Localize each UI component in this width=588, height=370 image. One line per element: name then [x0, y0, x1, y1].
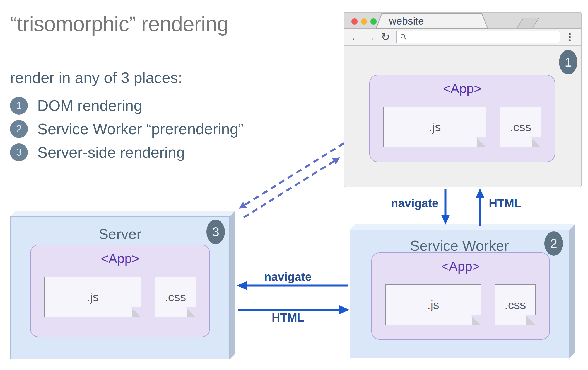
- js-file-label: .js: [429, 120, 441, 134]
- service-worker-title: Service Worker: [350, 237, 569, 254]
- legend-label: Server-side rendering: [37, 143, 185, 161]
- step-badge-1: 1: [559, 50, 577, 74]
- html-right-arrowhead: [339, 305, 350, 314]
- step-badge-3: 3: [206, 220, 225, 244]
- step-badge-2: 2: [544, 231, 563, 256]
- back-icon[interactable]: ←: [350, 32, 361, 42]
- legend-label: DOM rendering: [37, 97, 142, 115]
- service-worker-box: Service Worker 2 <App> .js .css: [350, 224, 575, 358]
- new-tab-button[interactable]: [517, 18, 539, 28]
- app-label: <App>: [372, 259, 549, 274]
- legend-list: 1 DOM rendering 2 Service Worker “preren…: [10, 97, 317, 161]
- navigate-down-label: navigate: [372, 197, 438, 210]
- js-file-icon: .js: [383, 107, 486, 147]
- forward-icon[interactable]: →: [365, 32, 376, 42]
- navigate-left-label: navigate: [254, 270, 321, 284]
- html-right-label: HTML: [254, 311, 321, 324]
- legend-item-dom: 1 DOM rendering: [10, 97, 317, 115]
- service-worker-app-box: <App> .js .css: [371, 252, 550, 340]
- html-up-label: HTML: [489, 197, 556, 210]
- app-label: <App>: [370, 81, 555, 96]
- server-box-right-bevel: [230, 211, 235, 359]
- css-file-label: .css: [510, 120, 531, 134]
- browser-app-box: <App> .js .css: [369, 75, 555, 162]
- css-file-icon: .css: [500, 107, 541, 147]
- maximize-button[interactable]: [370, 18, 377, 25]
- server-app-box: <App> .js .css: [30, 245, 210, 337]
- app-files: .js .css: [31, 277, 209, 317]
- service-worker-box-face: Service Worker 2 <App> .js .css: [350, 230, 569, 358]
- browser-tab[interactable]: website: [376, 13, 488, 29]
- intro-block: “trisomorphic” rendering render in any o…: [10, 12, 317, 167]
- diagram-canvas: “trisomorphic” rendering render in any o…: [0, 0, 588, 370]
- legend-badge-3: 3: [10, 143, 28, 161]
- service-worker-box-right-bevel: [569, 224, 575, 358]
- js-file-icon: .js: [44, 277, 141, 317]
- navigate-down-arrowhead: [441, 215, 450, 225]
- dashed-arrowhead-to-server: [239, 202, 247, 209]
- app-files: .js .css: [372, 284, 549, 325]
- css-file-icon: .css: [155, 277, 196, 317]
- app-label: <App>: [31, 251, 209, 266]
- dashed-arrow-to-browser: [244, 161, 334, 217]
- browser-window: website ← → ↻ 1 <App> .js: [344, 12, 582, 187]
- html-up-arrowhead: [476, 188, 485, 198]
- server-box-face: Server 3 <App> .js .css: [10, 216, 230, 359]
- minimize-button[interactable]: [361, 18, 367, 25]
- browser-viewport: 1 <App> .js .css: [344, 46, 581, 187]
- server-title: Server: [11, 226, 229, 242]
- browser-toolbar: ← → ↻: [344, 29, 581, 46]
- legend-badge-2: 2: [10, 120, 28, 138]
- css-file-icon: .css: [495, 284, 536, 325]
- search-icon: [400, 33, 407, 41]
- browser-tabstrip: website: [344, 13, 581, 29]
- tab-title: website: [389, 15, 424, 27]
- intro-subtitle: render in any of 3 places:: [10, 69, 317, 87]
- js-file-label: .js: [87, 290, 99, 304]
- reload-icon[interactable]: ↻: [380, 32, 391, 42]
- close-button[interactable]: [351, 18, 358, 25]
- navigate-left-arrowhead: [237, 281, 247, 290]
- legend-item-service-worker: 2 Service Worker “prerendering”: [10, 120, 317, 138]
- url-bar[interactable]: [396, 31, 560, 43]
- menu-icon[interactable]: [564, 33, 575, 41]
- server-box: Server 3 <App> .js .css: [10, 211, 235, 359]
- service-worker-box-top-bevel: [350, 224, 575, 230]
- app-files: .js .css: [370, 107, 555, 147]
- server-box-top-bevel: [10, 211, 235, 216]
- css-file-label: .css: [165, 290, 186, 304]
- js-file-icon: .js: [385, 284, 481, 325]
- css-file-label: .css: [505, 298, 526, 312]
- legend-label: Service Worker “prerendering”: [37, 120, 244, 138]
- legend-badge-1: 1: [10, 97, 28, 115]
- dashed-arrowhead-to-browser: [332, 157, 340, 164]
- js-file-label: .js: [427, 298, 439, 312]
- page-title: “trisomorphic” rendering: [10, 12, 317, 36]
- legend-item-server-side: 3 Server-side rendering: [10, 143, 317, 161]
